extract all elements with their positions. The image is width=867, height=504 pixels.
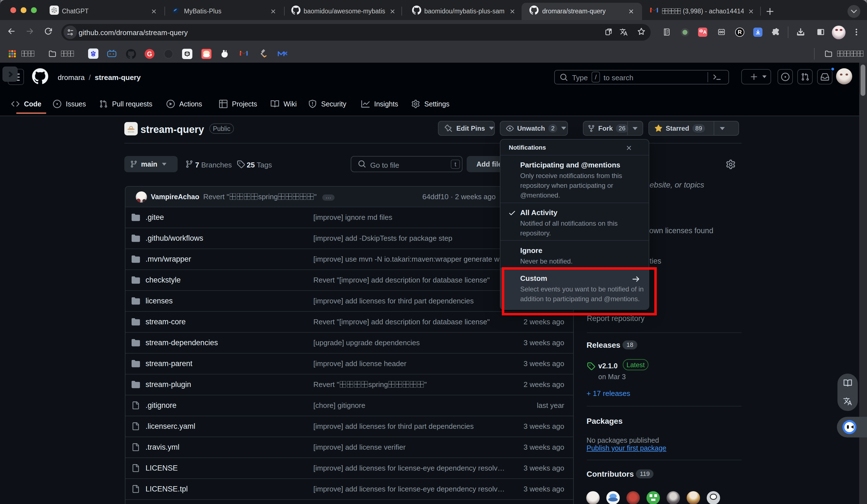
svg-text:du: du [92, 54, 95, 56]
svg-text:Dromara: Dromara [128, 131, 135, 133]
